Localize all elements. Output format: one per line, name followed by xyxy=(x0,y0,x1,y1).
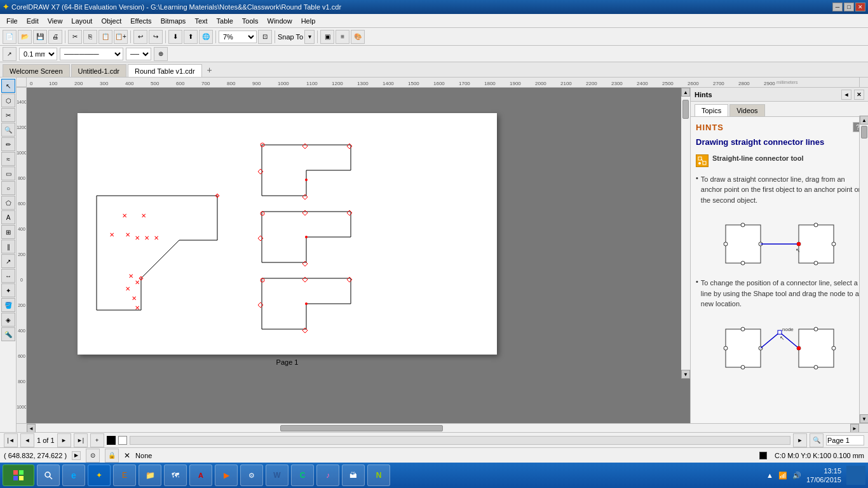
taskbar-steam[interactable]: ⚙ xyxy=(240,464,263,486)
taskbar-search[interactable] xyxy=(37,464,60,486)
hints-close-button[interactable]: ✕ xyxy=(854,90,864,100)
menu-edit[interactable]: Edit xyxy=(23,16,43,26)
undo-button[interactable]: ↩ xyxy=(133,30,147,44)
hints-tab-topics[interactable]: Topics xyxy=(695,104,728,116)
view-button[interactable]: ▣ xyxy=(320,30,334,44)
save-button[interactable]: 💾 xyxy=(33,30,47,44)
hints-tab-videos[interactable]: Videos xyxy=(729,104,764,116)
add-node-button[interactable]: ⊕ xyxy=(154,47,168,61)
parallel-tool[interactable]: ∥ xyxy=(1,240,15,254)
notification-button[interactable] xyxy=(846,466,865,485)
taskbar-eagle[interactable]: E xyxy=(113,464,136,486)
line-width-dropdown[interactable]: 0.1 mm 0.5 mm 1.0 mm xyxy=(19,48,57,60)
smartdraw-tool[interactable]: ≈ xyxy=(1,152,15,166)
taskbar-ie[interactable]: e xyxy=(62,464,85,486)
print-button[interactable]: 🖨 xyxy=(48,30,62,44)
hints-scroll-track[interactable] xyxy=(860,125,868,414)
taskbar-media[interactable]: ▶ xyxy=(215,464,238,486)
page-name-input[interactable] xyxy=(826,435,864,445)
h-scroll-track[interactable] xyxy=(36,424,850,432)
menu-help[interactable]: Help xyxy=(297,16,320,26)
snap-icon[interactable]: ⊙ xyxy=(86,449,100,463)
open-button[interactable]: 📂 xyxy=(18,30,32,44)
start-button[interactable] xyxy=(3,464,34,486)
color-swatch-white[interactable] xyxy=(118,436,127,445)
close-button[interactable]: ✕ xyxy=(855,3,865,11)
line-style-dropdown[interactable]: ─────── - - - - - xyxy=(60,48,123,60)
canvas-scroll-area[interactable]: ✕ ✕ ✕ ✕ ✕ ✕ ✕ ✕ xyxy=(27,88,690,423)
cut-button[interactable]: ✂ xyxy=(68,30,82,44)
zoom-tool[interactable]: 🔍 xyxy=(1,123,15,137)
coord-expand-button[interactable]: ▶ xyxy=(72,451,81,460)
options-button[interactable]: ≡ xyxy=(336,30,349,44)
snap-dropdown-button[interactable]: ▾ xyxy=(304,30,315,44)
import-button[interactable]: ⬇ xyxy=(168,30,182,44)
first-page-button[interactable]: |◄ xyxy=(4,433,18,447)
taskbar-notes[interactable]: N xyxy=(367,464,390,486)
redo-button[interactable]: ↪ xyxy=(149,30,163,44)
rectangle-tool[interactable]: ▭ xyxy=(1,166,15,180)
taskbar-itunes[interactable]: ♪ xyxy=(316,464,339,486)
polygon-tool[interactable]: ⬠ xyxy=(1,196,15,210)
taskbar-word[interactable]: W xyxy=(266,464,288,486)
taskbar-maps[interactable]: 🗺 xyxy=(164,464,187,486)
last-page-button[interactable]: ►| xyxy=(74,433,88,447)
menu-layout[interactable]: Layout xyxy=(67,16,96,26)
shape-tool[interactable]: ⬡ xyxy=(1,93,15,107)
menu-table[interactable]: Table xyxy=(213,16,237,26)
minimize-button[interactable]: ─ xyxy=(832,3,843,11)
menu-file[interactable]: File xyxy=(3,16,22,26)
tab-roundtable[interactable]: Round Table v1.cdr xyxy=(128,64,202,77)
taskbar-files[interactable]: 📁 xyxy=(139,464,161,486)
eyedropper-tool[interactable]: 🔦 xyxy=(1,327,15,341)
copy-button[interactable]: ⎘ xyxy=(83,30,97,44)
restore-button[interactable]: □ xyxy=(844,3,854,11)
taskbar-coordinator[interactable]: C xyxy=(291,464,314,486)
taskbar-photos[interactable]: 🏔 xyxy=(342,464,365,486)
zoom-dropdown[interactable]: 7% 25% 50% 100% xyxy=(219,30,257,43)
taskbar-autodesk[interactable]: A xyxy=(189,464,212,486)
connector-tool[interactable]: ↗ xyxy=(1,254,15,268)
table-tool[interactable]: ⊞ xyxy=(1,225,15,239)
line-end-dropdown[interactable]: ── xyxy=(126,48,151,60)
taskbar-coreldraw[interactable]: ✦ xyxy=(88,464,111,486)
color-swatch-black[interactable] xyxy=(107,436,116,445)
select-tool[interactable]: ↖ xyxy=(1,79,15,93)
scroll-down-button[interactable]: ▼ xyxy=(681,370,690,379)
prev-page-button[interactable]: ◄ xyxy=(20,433,34,447)
publish-button[interactable]: 🌐 xyxy=(199,30,213,44)
ellipse-tool[interactable]: ○ xyxy=(1,181,15,195)
hints-scroll-down[interactable]: ▼ xyxy=(860,414,868,423)
tab-untitled[interactable]: Untitled-1.cdr xyxy=(71,64,126,77)
dimension-tool[interactable]: ↔ xyxy=(1,269,15,283)
line-tool-btn[interactable]: ↗ xyxy=(3,47,17,61)
color-button[interactable]: 🎨 xyxy=(351,30,365,44)
menu-effects[interactable]: Effects xyxy=(126,16,155,26)
fill-color-swatch[interactable] xyxy=(759,452,767,459)
page-right-button[interactable]: ► xyxy=(793,433,807,447)
paste-button[interactable]: 📋 xyxy=(98,30,112,44)
menu-tools[interactable]: Tools xyxy=(238,16,262,26)
menu-view[interactable]: View xyxy=(44,16,67,26)
v-scroll-track[interactable] xyxy=(681,97,690,370)
menu-object[interactable]: Object xyxy=(97,16,125,26)
add-tab-button[interactable]: + xyxy=(203,63,216,77)
menu-text[interactable]: Text xyxy=(191,16,211,26)
crop-tool[interactable]: ✂ xyxy=(1,108,15,122)
hints-help-button[interactable]: ◄ xyxy=(841,90,851,100)
interactive-tool[interactable]: ◈ xyxy=(1,313,15,327)
export-button[interactable]: ⬆ xyxy=(184,30,198,44)
h-page-scroll[interactable] xyxy=(130,436,790,445)
zoom-fit-button[interactable]: ⊡ xyxy=(258,30,272,44)
paste-special-button[interactable]: 📋+ xyxy=(114,30,128,44)
new-button[interactable]: 📄 xyxy=(3,30,17,44)
scroll-left-button[interactable]: ◄ xyxy=(27,424,36,432)
effects-tool[interactable]: ✦ xyxy=(1,283,15,297)
tab-welcome[interactable]: Welcome Screen xyxy=(3,64,70,77)
add-page-button[interactable]: + xyxy=(90,433,104,447)
hints-scroll-up[interactable]: ▲ xyxy=(860,116,868,125)
menu-bitmaps[interactable]: Bitmaps xyxy=(157,16,190,26)
scroll-right-button[interactable]: ► xyxy=(850,424,859,432)
next-page-button[interactable]: ► xyxy=(57,433,71,447)
lock-icon[interactable]: 🔒 xyxy=(105,449,119,463)
